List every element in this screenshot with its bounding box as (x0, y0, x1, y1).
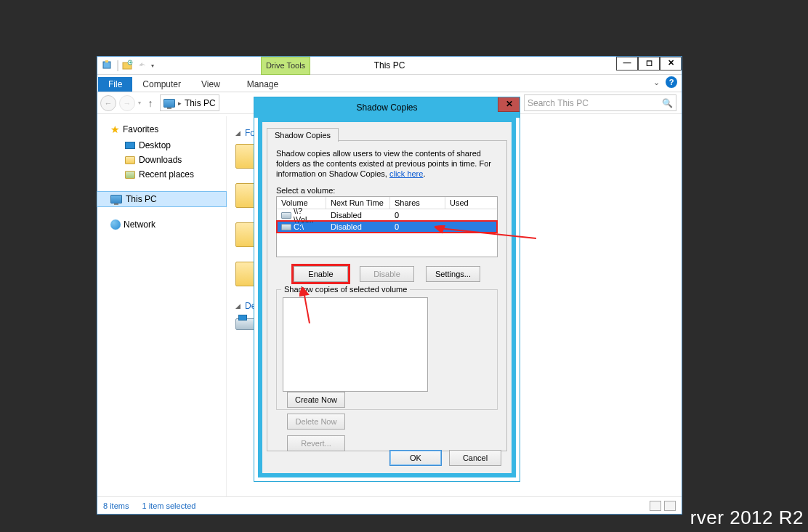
cancel-button[interactable]: Cancel (449, 450, 501, 466)
window-title: This PC (97, 57, 682, 75)
enable-button[interactable]: Enable (294, 266, 348, 282)
nav-this-pc[interactable]: This PC (97, 192, 226, 206)
svg-text:✶: ✶ (129, 60, 132, 65)
svg-rect-1 (105, 60, 108, 63)
pc-icon (110, 195, 122, 203)
shadow-copies-list[interactable] (283, 297, 428, 392)
shadow-copies-dialog: Shadow Copies ✕ Shadow Copies Shadow cop… (254, 97, 520, 482)
ribbon-tabs: File Computer View Manage ⌄ ? (97, 75, 682, 92)
star-icon: ★ (110, 124, 120, 135)
forward-button: → (119, 95, 135, 111)
groupbox-label: Shadow copies of selected volume (281, 285, 410, 294)
col-next-run[interactable]: Next Run Time (326, 197, 390, 209)
title-bar: | ✶ ▾ Drive Tools This PC — ◻ ✕ (97, 57, 682, 75)
status-count: 8 items (103, 501, 129, 510)
ok-button[interactable]: OK (389, 450, 442, 466)
tab-computer[interactable]: Computer (132, 77, 191, 92)
nav-pane: ★Favorites Desktop Downloads Recent plac… (97, 116, 227, 496)
search-icon: 🔍 (662, 98, 673, 108)
nav-network[interactable]: Network (97, 217, 226, 233)
delete-now-button: Delete Now (287, 414, 345, 430)
close-button[interactable]: ✕ (660, 57, 682, 70)
dialog-description: Shadow copies allow users to view the co… (276, 148, 498, 179)
shadow-copies-groupbox: Shadow copies of selected volume Create … (276, 289, 498, 410)
tab-shadow-copies[interactable]: Shadow Copies (267, 128, 339, 142)
maximize-button[interactable]: ◻ (638, 57, 660, 70)
tab-file[interactable]: File (98, 77, 132, 92)
status-bar: 8 items 1 item selected (97, 496, 682, 514)
volume-row-selected[interactable]: C:\ Disabled 0 (277, 221, 497, 233)
dialog-close-button[interactable]: ✕ (498, 97, 520, 112)
breadcrumb-label: This PC (185, 98, 216, 108)
col-used[interactable]: Used (445, 197, 497, 209)
recent-icon (125, 171, 135, 179)
minimize-button[interactable]: — (616, 57, 638, 70)
create-now-button[interactable]: Create Now (287, 392, 345, 408)
nav-recent[interactable]: Recent places (97, 167, 226, 182)
nav-favorites[interactable]: ★Favorites (97, 121, 226, 138)
view-icons-button[interactable] (664, 501, 676, 511)
pc-icon (163, 99, 175, 108)
tab-panel: Shadow copies allow users to view the co… (267, 140, 507, 451)
desktop-watermark: rver 2012 R2 (690, 507, 804, 529)
undo-icon (137, 60, 148, 71)
nav-desktop[interactable]: Desktop (97, 138, 226, 153)
drive-icon (281, 224, 291, 230)
network-icon (110, 219, 121, 230)
history-dropdown-icon[interactable]: ▾ (138, 100, 141, 106)
back-button[interactable]: ← (100, 95, 116, 111)
folder-icon (125, 156, 135, 164)
qat-dropdown-icon[interactable]: ▾ (151, 63, 157, 69)
properties-icon[interactable] (102, 60, 113, 71)
new-folder-icon[interactable]: ✶ (122, 60, 134, 71)
chevron-down-icon: ◢ (235, 302, 241, 310)
revert-button: Revert... (287, 435, 345, 451)
search-input[interactable]: Search This PC 🔍 (524, 94, 676, 111)
search-placeholder: Search This PC (528, 98, 589, 108)
context-tab-drive-tools[interactable]: Drive Tools (261, 57, 310, 75)
up-button[interactable]: ↑ (144, 97, 157, 109)
select-volume-label: Select a volume: (276, 186, 498, 195)
status-selected: 1 item selected (142, 501, 195, 510)
drive-icon (281, 212, 291, 219)
disable-button: Disable (360, 266, 414, 282)
dialog-title-bar: Shadow Copies ✕ (254, 97, 520, 118)
nav-downloads[interactable]: Downloads (97, 153, 226, 167)
view-details-button[interactable] (650, 501, 661, 511)
volume-row[interactable]: \\?\Vol... Disabled 0 (277, 209, 497, 221)
tab-manage[interactable]: Manage (237, 77, 288, 92)
settings-button[interactable]: Settings... (426, 266, 480, 282)
dialog-title: Shadow Copies (254, 102, 520, 113)
svg-rect-0 (103, 62, 110, 68)
desktop-icon (125, 142, 135, 149)
quick-access-toolbar: | ✶ ▾ (97, 57, 157, 74)
help-icon[interactable]: ? (666, 76, 677, 88)
chevron-down-icon: ◢ (235, 129, 241, 137)
ribbon-collapse-icon[interactable]: ⌄ (653, 78, 660, 87)
link-click-here[interactable]: click here (389, 169, 423, 178)
col-shares[interactable]: Shares (390, 197, 445, 209)
tab-view[interactable]: View (191, 77, 230, 92)
window-controls: — ◻ ✕ (616, 57, 682, 70)
breadcrumb[interactable]: ▸ This PC (160, 94, 219, 111)
volume-list: Volume Next Run Time Shares Used \\?\Vol… (276, 196, 498, 257)
